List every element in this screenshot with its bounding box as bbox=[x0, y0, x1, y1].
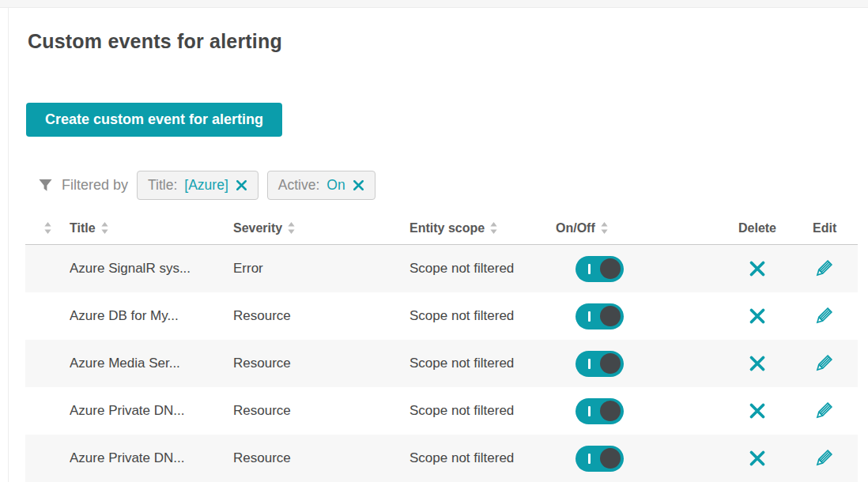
event-entity-scope-cell: Scope not filtered bbox=[409, 261, 556, 277]
edit-cell bbox=[813, 258, 858, 280]
table-header-row: Title Severity Entity scope On/Off Delet… bbox=[25, 212, 858, 245]
edit-button[interactable] bbox=[813, 401, 834, 422]
event-title-cell: Azure DB for My... bbox=[70, 308, 233, 324]
column-header-edit: Edit bbox=[813, 221, 858, 235]
delete-button[interactable] bbox=[748, 354, 767, 373]
create-custom-event-button[interactable]: Create custom event for alerting bbox=[26, 103, 282, 137]
event-severity-cell: Resource bbox=[233, 356, 409, 371]
event-title-cell: Azure Private DN... bbox=[70, 403, 233, 419]
sort-icon bbox=[490, 222, 497, 234]
event-entity-scope-cell: Scope not filtered bbox=[409, 356, 556, 371]
event-entity-scope-cell: Scope not filtered bbox=[409, 450, 556, 466]
onoff-cell bbox=[556, 398, 702, 424]
delete-button[interactable] bbox=[748, 401, 767, 420]
toggle-on-mark bbox=[588, 359, 591, 369]
delete-x-icon bbox=[748, 449, 767, 468]
column-header-delete: Delete bbox=[702, 221, 813, 235]
delete-cell bbox=[702, 401, 813, 420]
toggle-knob bbox=[600, 306, 621, 326]
column-label: On/Off bbox=[556, 221, 595, 235]
toggle-on-mark bbox=[588, 264, 591, 274]
event-title-cell: Azure SignalR sys... bbox=[70, 261, 233, 277]
sort-icon bbox=[44, 222, 51, 234]
edit-button[interactable] bbox=[813, 448, 834, 469]
column-header-select[interactable] bbox=[25, 222, 70, 234]
column-header-onoff[interactable]: On/Off bbox=[556, 221, 702, 235]
table-row: Azure Private DN... Resource Scope not f… bbox=[25, 435, 858, 482]
edit-button[interactable] bbox=[813, 353, 834, 375]
delete-x-icon bbox=[748, 354, 767, 373]
delete-cell bbox=[702, 354, 813, 373]
column-label: Delete bbox=[738, 221, 776, 235]
onoff-toggle[interactable] bbox=[576, 398, 624, 424]
edit-cell bbox=[813, 448, 858, 469]
filtered-by-label: Filtered by bbox=[62, 177, 128, 194]
column-header-severity[interactable]: Severity bbox=[233, 221, 409, 235]
table-body: Azure SignalR sys... Error Scope not fil… bbox=[25, 245, 858, 482]
column-label: Title bbox=[70, 221, 96, 235]
event-severity-cell: Error bbox=[233, 261, 409, 277]
filter-chip-title[interactable]: Title: [Azure] bbox=[137, 171, 259, 200]
column-label: Edit bbox=[813, 221, 836, 235]
event-severity-cell: Resource bbox=[233, 308, 409, 324]
delete-cell bbox=[702, 307, 813, 326]
event-severity-cell: Resource bbox=[233, 403, 409, 419]
delete-x-icon bbox=[748, 401, 767, 420]
panel-divider bbox=[8, 8, 9, 482]
edit-cell bbox=[813, 401, 858, 422]
filter-funnel-icon bbox=[38, 178, 53, 193]
toggle-knob bbox=[600, 401, 621, 421]
onoff-toggle[interactable] bbox=[576, 303, 624, 329]
delete-cell bbox=[702, 449, 813, 468]
table-row: Azure Media Ser... Resource Scope not fi… bbox=[25, 340, 858, 387]
edit-pencil-icon bbox=[813, 401, 834, 422]
onoff-toggle[interactable] bbox=[576, 256, 624, 282]
event-severity-cell: Resource bbox=[233, 450, 409, 466]
edit-cell bbox=[813, 353, 858, 375]
delete-button[interactable] bbox=[748, 449, 767, 468]
column-label: Entity scope bbox=[409, 221, 485, 235]
edit-pencil-icon bbox=[813, 353, 834, 375]
sort-icon bbox=[601, 222, 608, 234]
filter-chip-value: On bbox=[326, 177, 345, 194]
table-row: Azure Private DN... Resource Scope not f… bbox=[25, 387, 858, 435]
event-entity-scope-cell: Scope not filtered bbox=[409, 308, 556, 324]
event-entity-scope-cell: Scope not filtered bbox=[409, 403, 556, 419]
table-row: Azure DB for My... Resource Scope not fi… bbox=[25, 292, 858, 340]
sort-icon bbox=[101, 222, 108, 234]
delete-cell bbox=[702, 259, 813, 278]
delete-x-icon bbox=[748, 307, 767, 326]
onoff-cell bbox=[556, 256, 702, 282]
custom-events-table: Title Severity Entity scope On/Off Delet… bbox=[25, 212, 858, 482]
column-label: Severity bbox=[233, 221, 282, 235]
page-title: Custom events for alerting bbox=[28, 30, 282, 53]
delete-x-icon bbox=[748, 259, 767, 278]
event-title-cell: Azure Media Ser... bbox=[70, 356, 233, 371]
edit-pencil-icon bbox=[813, 306, 834, 327]
column-header-title[interactable]: Title bbox=[70, 221, 233, 235]
onoff-cell bbox=[556, 303, 702, 329]
toggle-knob bbox=[600, 258, 621, 279]
filter-bar: Filtered by Title: [Azure] Active: On bbox=[38, 170, 376, 200]
remove-filter-icon[interactable] bbox=[236, 179, 247, 191]
onoff-toggle[interactable] bbox=[576, 446, 624, 472]
table-row: Azure SignalR sys... Error Scope not fil… bbox=[25, 245, 858, 292]
edit-pencil-icon bbox=[813, 258, 834, 280]
column-header-entity-scope[interactable]: Entity scope bbox=[409, 221, 556, 235]
delete-button[interactable] bbox=[748, 307, 767, 326]
edit-button[interactable] bbox=[813, 258, 834, 280]
remove-filter-icon[interactable] bbox=[353, 179, 364, 191]
onoff-toggle[interactable] bbox=[576, 351, 624, 377]
toggle-knob bbox=[600, 353, 621, 374]
filter-chip-active[interactable]: Active: On bbox=[267, 171, 376, 200]
edit-cell bbox=[813, 306, 858, 327]
toggle-on-mark bbox=[588, 454, 591, 464]
edit-pencil-icon bbox=[813, 448, 834, 469]
filter-chip-name: Active: bbox=[278, 177, 320, 194]
delete-button[interactable] bbox=[748, 259, 767, 278]
toggle-knob bbox=[600, 448, 621, 469]
top-strip bbox=[0, 0, 868, 8]
toggle-on-mark bbox=[588, 311, 591, 322]
onoff-cell bbox=[556, 351, 702, 377]
edit-button[interactable] bbox=[813, 306, 834, 327]
